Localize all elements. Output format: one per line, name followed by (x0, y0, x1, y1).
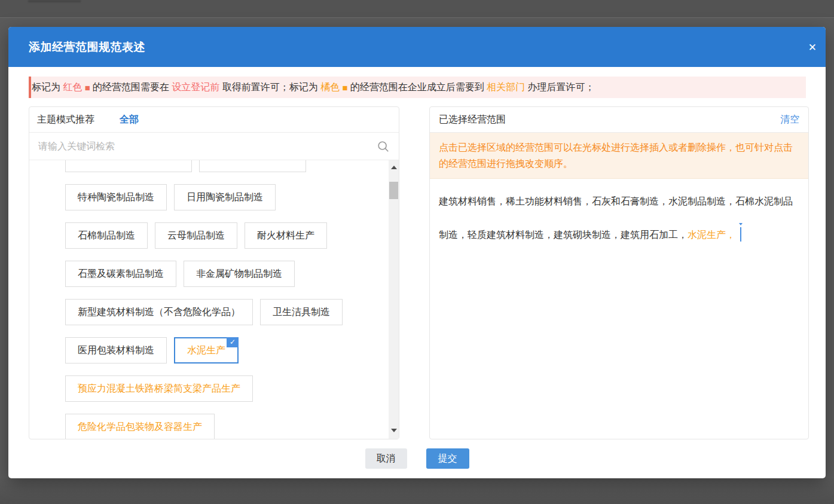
tag-button[interactable]: 日用陶瓷制品制造 (174, 184, 276, 210)
check-icon: ✓ (227, 337, 239, 347)
tag-button[interactable]: 预应力混凝土铁路桥梁简支梁产品生产 (65, 375, 253, 402)
orange-square-icon: ■ (340, 83, 350, 93)
tag-label: 石棉制品制造 (78, 230, 135, 242)
tag-label: 水泥生产 (187, 344, 225, 357)
red-square-icon: ■ (82, 83, 92, 93)
tag-label: 非金属矿物制品制造 (196, 268, 282, 280)
tag-button[interactable]: 卫生洁具制造 (260, 299, 343, 325)
tag-button[interactable]: 特种陶瓷制品制造 (65, 184, 167, 210)
selected-panel-title: 已选择经营范围 (439, 114, 506, 126)
selected-scope-item[interactable]: 建筑材料销售， (439, 196, 506, 206)
selected-scope-item[interactable]: 稀土功能材料销售， (506, 196, 592, 206)
tag-row: 危险化学品包装物及容器生产 (65, 414, 381, 439)
scope-catalog-panel: 主题模式推荐 全部 特种陶瓷制品制造日用陶瓷制品制造石棉制品制造云母制品制造耐火… (29, 106, 399, 439)
tag-label: 耐火材料生产 (257, 230, 314, 242)
tag-label: 卫生洁具制造 (273, 306, 330, 319)
dialog-body: 主题模式推荐 全部 特种陶瓷制品制造日用陶瓷制品制造石棉制品制造云母制品制造耐火… (29, 106, 809, 439)
selected-scope-panel: 已选择经营范围 清空 点击已选择区域的经营范围可以在光标处进行选择插入或者删除操… (429, 106, 809, 439)
cancel-button[interactable]: 取消 (365, 448, 407, 469)
notice-text: 标记为 (32, 81, 63, 94)
tag-row: 新型建筑材料制造（不含危险化学品）卫生洁具制造 (65, 299, 381, 325)
tag-row: 特种陶瓷制品制造日用陶瓷制品制造 (65, 184, 381, 210)
keyword-search-bar (29, 133, 399, 160)
drag-hint-text: 点击已选择区域的经营范围可以在光标处进行选择插入或者删除操作，也可针对点击的经营… (430, 133, 808, 179)
tag-row: 医用包装材料制造水泥生产✓ (65, 337, 381, 364)
tag-button[interactable]: 耐火材料生产 (245, 222, 327, 249)
selected-scope-item[interactable]: 轻质建筑材料制造， (468, 230, 554, 240)
tag-row: 石棉制品制造云母制品制造耐火材料生产 (65, 222, 381, 249)
notice-text: 的经营范围需要在 (93, 81, 172, 94)
tag-label: 危险化学品包装物及容器生产 (78, 421, 202, 433)
tag-label: 云母制品制造 (167, 230, 225, 242)
scroll-up-icon[interactable] (389, 163, 399, 172)
tab-all[interactable]: 全部 (120, 114, 139, 126)
tag-button[interactable]: 石棉制品制造 (65, 222, 148, 249)
tag-list: 特种陶瓷制品制造日用陶瓷制品制造石棉制品制造云母制品制造耐火材料生产石墨及碳素制… (29, 160, 399, 439)
dialog-title: 添加经营范围规范表述 (29, 39, 145, 55)
red-word: 红色 (63, 81, 82, 94)
add-business-scope-dialog: 添加经营范围规范表述 ✕ 标记为 红色 ■ 的经营范围需要在 设立登记前 取得前… (8, 27, 826, 478)
selected-scope-item[interactable]: 建筑用石加工， (621, 230, 688, 240)
clear-all-link[interactable]: 清空 (780, 114, 799, 126)
notice-text: 取得前置许可；标记为 (219, 81, 320, 94)
tag-row (65, 160, 381, 172)
legend-notice-bar: 标记为 红色 ■ 的经营范围需要在 设立登记前 取得前置许可；标记为 橘色 ■ … (29, 77, 806, 98)
tag-button[interactable]: 新型建筑材料制造（不含危险化学品） (65, 299, 253, 325)
tag-label: 新型建筑材料制造（不含危险化学品） (78, 306, 240, 319)
notice-text: 办理后置许可； (525, 81, 594, 94)
tag-label: 预应力混凝土铁路桥梁简支梁产品生产 (78, 383, 240, 395)
related-department-link: 相关部门 (487, 81, 525, 94)
tag-row: 预应力混凝土铁路桥梁简支梁产品生产 (65, 375, 381, 402)
pre-registration-link: 设立登记前 (172, 81, 219, 94)
tag-button[interactable]: 非金属矿物制品制造 (184, 261, 295, 287)
selected-scope-item[interactable]: 水泥生产， (688, 230, 735, 240)
tag-button-partial[interactable] (199, 160, 306, 172)
dialog-header: 添加经营范围规范表述 ✕ (8, 27, 826, 67)
notice-text: 的经营范围在企业成立后需要到 (350, 81, 487, 94)
tag-button[interactable]: 云母制品制造 (155, 222, 237, 249)
catalog-tabs: 主题模式推荐 全部 (29, 107, 399, 133)
tag-button-partial[interactable] (65, 160, 192, 172)
text-caret (740, 227, 741, 242)
selected-scope-item[interactable]: 石灰和石膏制造， (592, 196, 668, 206)
dimmed-page-text-remnant (28, 0, 81, 2)
submit-button[interactable]: 提交 (426, 448, 469, 469)
orange-word: 橘色 (320, 81, 340, 94)
tab-theme-mode[interactable]: 主题模式推荐 (37, 114, 94, 126)
tag-label: 石墨及碳素制品制造 (78, 268, 164, 280)
tag-button[interactable]: 危险化学品包装物及容器生产 (65, 414, 215, 439)
selected-scope-text-area[interactable]: 建筑材料销售，稀土功能材料销售，石灰和石膏制造，水泥制品制造，石棉水泥制品制造，… (430, 179, 808, 439)
dimmed-page-background (0, 0, 834, 18)
tag-label: 医用包装材料制造 (78, 344, 154, 357)
tag-button[interactable]: 石墨及碳素制品制造 (65, 261, 176, 287)
tag-label: 特种陶瓷制品制造 (78, 191, 154, 204)
dialog-footer: 取消 提交 (8, 448, 826, 469)
tag-button[interactable]: 水泥生产✓ (174, 337, 239, 364)
tag-button[interactable]: 医用包装材料制造 (65, 337, 167, 364)
scrollbar-thumb[interactable] (389, 182, 398, 199)
search-input[interactable] (38, 141, 377, 152)
scroll-down-icon[interactable] (389, 426, 399, 435)
search-icon[interactable] (377, 140, 390, 153)
tag-label: 日用陶瓷制品制造 (187, 191, 263, 204)
selected-panel-header: 已选择经营范围 清空 (430, 107, 808, 133)
selected-scope-item[interactable]: 水泥制品制造， (668, 196, 735, 206)
scrollbar[interactable] (389, 160, 399, 439)
tag-row: 石墨及碳素制品制造非金属矿物制品制造 (65, 261, 381, 287)
selected-scope-item[interactable]: 建筑砌块制造， (554, 230, 621, 240)
overlay-bottom-shade (0, 478, 834, 504)
close-icon[interactable]: ✕ (808, 42, 817, 52)
